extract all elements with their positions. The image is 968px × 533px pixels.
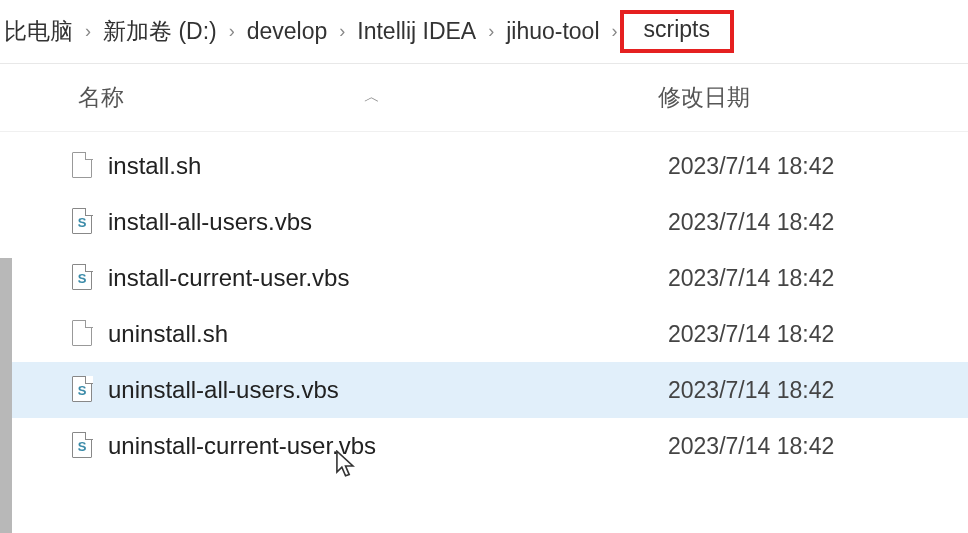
file-list: install.sh2023/7/14 18:42Sinstall-all-us… [0,132,968,474]
chevron-right-icon: › [331,21,353,42]
file-name: uninstall-all-users.vbs [108,376,668,404]
left-panel-edge [0,258,12,533]
file-name: install.sh [108,152,668,180]
breadcrumb-item-5[interactable]: scripts [620,10,734,53]
column-header-name[interactable]: 名称 ︿ [78,82,658,113]
breadcrumb-item-1[interactable]: 新加卷 (D:) [99,16,221,47]
file-name: uninstall-current-user.vbs [108,432,668,460]
file-date: 2023/7/14 18:42 [668,433,834,460]
breadcrumb-item-3[interactable]: Intellij IDEA [353,18,480,45]
vbs-file-icon: S [72,432,96,460]
file-date: 2023/7/14 18:42 [668,377,834,404]
file-row[interactable]: Sinstall-current-user.vbs2023/7/14 18:42 [0,250,968,306]
file-date: 2023/7/14 18:42 [668,209,834,236]
vbs-file-icon: S [72,208,96,236]
column-date-label: 修改日期 [658,84,750,110]
sort-ascending-icon: ︿ [364,87,380,108]
file-name: uninstall.sh [108,320,668,348]
file-row[interactable]: uninstall.sh2023/7/14 18:42 [0,306,968,362]
file-date: 2023/7/14 18:42 [668,153,834,180]
columns-header: 名称 ︿ 修改日期 [0,64,968,132]
breadcrumb-item-2[interactable]: develop [243,18,332,45]
file-icon [72,152,96,180]
vbs-file-icon: S [72,376,96,404]
vbs-file-icon: S [72,264,96,292]
file-row[interactable]: Sinstall-all-users.vbs2023/7/14 18:42 [0,194,968,250]
breadcrumb-item-0[interactable]: 比电脑 [0,16,77,47]
file-row[interactable]: Suninstall-current-user.vbs2023/7/14 18:… [0,418,968,474]
file-date: 2023/7/14 18:42 [668,321,834,348]
chevron-right-icon: › [221,21,243,42]
column-header-date[interactable]: 修改日期 [658,82,968,113]
breadcrumb-item-4[interactable]: jihuo-tool [502,18,603,45]
file-date: 2023/7/14 18:42 [668,265,834,292]
breadcrumb[interactable]: 比电脑 › 新加卷 (D:) › develop › Intellij IDEA… [0,0,968,64]
file-row[interactable]: install.sh2023/7/14 18:42 [0,138,968,194]
file-icon [72,320,96,348]
file-row[interactable]: Suninstall-all-users.vbs2023/7/14 18:42 [0,362,968,418]
chevron-right-icon: › [77,21,99,42]
file-name: install-current-user.vbs [108,264,668,292]
chevron-right-icon: › [480,21,502,42]
file-name: install-all-users.vbs [108,208,668,236]
column-name-label: 名称 [78,82,124,113]
